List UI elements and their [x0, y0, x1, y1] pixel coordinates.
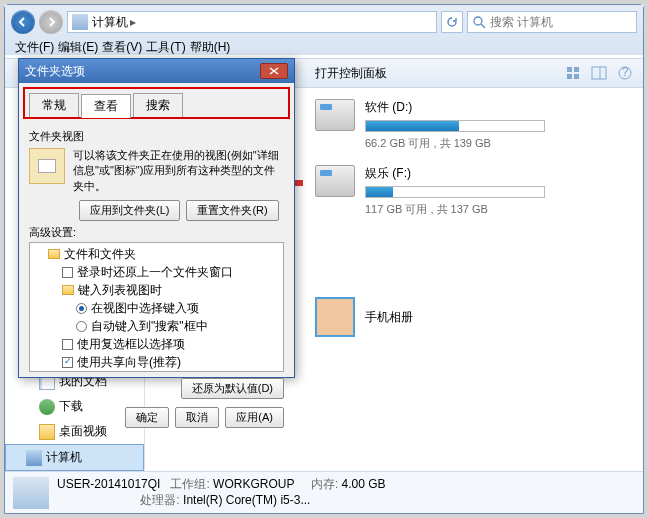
menu-edit[interactable]: 编辑(E) — [58, 39, 98, 56]
svg-rect-6 — [592, 67, 606, 79]
dialog-footer: 确定 取消 应用(A) — [19, 405, 294, 436]
details-pane: USER-20141017QI 工作组: WORKGROUP 内存: 4.00 … — [5, 471, 643, 513]
search-placeholder: 搜索 计算机 — [490, 14, 553, 31]
reset-folders-button[interactable]: 重置文件夹(R) — [186, 200, 278, 221]
menu-help[interactable]: 帮助(H) — [190, 39, 231, 56]
tabstrip: 常规 查看 搜索 — [23, 87, 290, 119]
search-icon — [472, 15, 486, 29]
checkbox-icon — [62, 357, 73, 368]
arrow-right-icon — [46, 17, 56, 27]
folder-views-text: 可以将该文件夹正在使用的视图(例如"详细信息"或"图标")应用到所有这种类型的文… — [73, 148, 284, 194]
svg-text:?: ? — [622, 65, 629, 79]
cpu-label: 处理器: — [140, 493, 179, 507]
advanced-settings-list[interactable]: 文件和文件夹 登录时还原上一个文件夹窗口 键入列表视图时 在视图中选择键入项 自… — [29, 242, 284, 372]
content-pane: 软件 (D:) 66.2 GB 可用 , 共 139 GB 娱乐 (F:) 11… — [305, 89, 643, 471]
menubar: 文件(F) 编辑(E) 查看(V) 工具(T) 帮助(H) — [11, 37, 637, 57]
drive-icon — [315, 165, 355, 197]
album-thumb — [315, 297, 355, 337]
album-row[interactable]: 手机相册 — [315, 297, 633, 337]
adv-checkbox-item[interactable]: 登录时还原上一个文件夹窗口 — [34, 263, 279, 281]
apply-button[interactable]: 应用(A) — [225, 407, 284, 428]
folder-views-icon — [29, 148, 65, 184]
adv-checkbox-item[interactable]: 始终显示菜单 — [34, 371, 279, 372]
tab-view[interactable]: 查看 — [81, 94, 131, 118]
back-button[interactable] — [11, 10, 35, 34]
computer-large-icon — [13, 477, 49, 509]
restore-defaults-button[interactable]: 还原为默认值(D) — [181, 378, 284, 399]
sidebar-item-computer[interactable]: 计算机 — [5, 444, 144, 471]
tab-search[interactable]: 搜索 — [133, 93, 183, 117]
dialog-title-text: 文件夹选项 — [25, 63, 85, 80]
mem-value: 4.00 GB — [342, 477, 386, 491]
nav-row: 计算机 ▸ 搜索 计算机 — [11, 9, 637, 35]
breadcrumb-text: 计算机 — [92, 14, 128, 31]
radio-icon — [76, 321, 87, 332]
svg-rect-4 — [567, 74, 572, 79]
details-name: USER-20141017QI — [57, 477, 160, 491]
capacity-bar — [365, 186, 545, 198]
radio-icon — [76, 303, 87, 314]
drive-subtext: 66.2 GB 可用 , 共 139 GB — [365, 136, 633, 151]
address-bar[interactable]: 计算机 ▸ — [67, 11, 437, 33]
svg-line-1 — [481, 24, 485, 28]
drive-row-soft[interactable]: 软件 (D:) 66.2 GB 可用 , 共 139 GB — [315, 99, 633, 151]
computer-icon — [72, 14, 88, 30]
folder-icon — [48, 249, 60, 259]
drive-icon — [315, 99, 355, 131]
arrow-left-icon — [18, 17, 28, 27]
checkbox-icon — [62, 339, 73, 350]
refresh-icon — [446, 16, 458, 28]
menu-tools[interactable]: 工具(T) — [146, 39, 185, 56]
drive-row-ent[interactable]: 娱乐 (F:) 117 GB 可用 , 共 137 GB — [315, 165, 633, 217]
drive-label: 娱乐 (F:) — [365, 165, 633, 182]
help-icon[interactable]: ? — [617, 65, 633, 81]
search-input[interactable]: 搜索 计算机 — [467, 11, 637, 33]
cancel-button[interactable]: 取消 — [175, 407, 219, 428]
refresh-button[interactable] — [441, 11, 463, 33]
close-button[interactable] — [260, 63, 288, 79]
computer-icon — [26, 450, 42, 466]
computer-label: 计算机 — [46, 449, 82, 466]
folder-options-dialog: 文件夹选项 常规 查看 搜索 文件夹视图 可以将该文件夹正在使用的视图(例如"详… — [18, 58, 295, 378]
breadcrumb-arrow[interactable]: ▸ — [130, 15, 136, 29]
svg-rect-3 — [574, 67, 579, 72]
menu-file[interactable]: 文件(F) — [15, 39, 54, 56]
drive-subtext: 117 GB 可用 , 共 137 GB — [365, 202, 633, 217]
dialog-titlebar[interactable]: 文件夹选项 — [19, 59, 294, 83]
close-icon — [269, 67, 279, 75]
cpu-value: Intel(R) Core(TM) i5-3... — [183, 493, 310, 507]
drive-label: 软件 (D:) — [365, 99, 633, 116]
adv-checkbox-item[interactable]: 使用复选框以选择项 — [34, 335, 279, 353]
ok-button[interactable]: 确定 — [125, 407, 169, 428]
mem-label: 内存: — [311, 477, 338, 491]
preview-pane-icon[interactable] — [591, 65, 607, 81]
svg-point-0 — [474, 17, 482, 25]
adv-group: 键入列表视图时 — [34, 281, 279, 299]
adv-radio-item[interactable]: 在视图中选择键入项 — [34, 299, 279, 317]
folder-icon — [62, 285, 74, 295]
apply-to-folders-button[interactable]: 应用到文件夹(L) — [79, 200, 180, 221]
svg-rect-5 — [574, 74, 579, 79]
checkbox-icon — [62, 267, 73, 278]
advanced-label: 高级设置: — [29, 225, 284, 240]
adv-radio-item[interactable]: 自动键入到"搜索"框中 — [34, 317, 279, 335]
view-options-icon[interactable] — [565, 65, 581, 81]
forward-button[interactable] — [39, 10, 63, 34]
adv-group: 文件和文件夹 — [34, 245, 279, 263]
section-heading: 文件夹视图 — [29, 129, 284, 144]
capacity-bar — [365, 120, 545, 132]
workgroup-value: WORKGROUP — [213, 477, 294, 491]
tab-general[interactable]: 常规 — [29, 93, 79, 117]
album-label: 手机相册 — [365, 309, 413, 326]
svg-rect-2 — [567, 67, 572, 72]
menu-view[interactable]: 查看(V) — [102, 39, 142, 56]
workgroup-label: 工作组: — [170, 477, 209, 491]
adv-checkbox-item[interactable]: 使用共享向导(推荐) — [34, 353, 279, 371]
toolbar-control-panel[interactable]: 打开控制面板 — [315, 65, 387, 82]
